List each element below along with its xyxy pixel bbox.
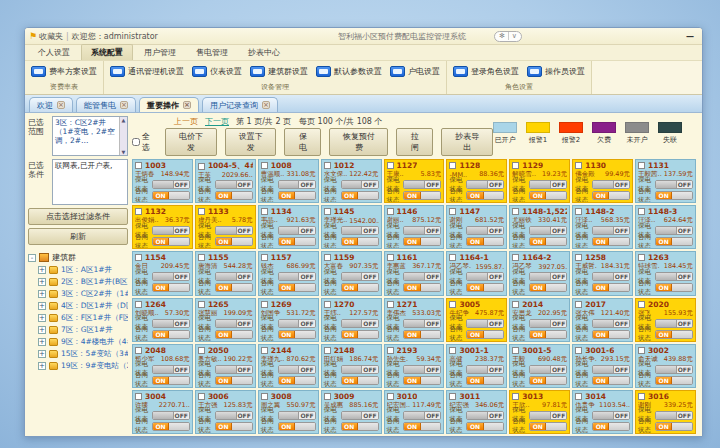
switch-state-toggle[interactable]: ON	[403, 330, 441, 339]
ribbon-button[interactable]: 费率方案设置	[28, 64, 100, 79]
card-checkbox[interactable]	[324, 393, 331, 400]
card-checkbox[interactable]	[575, 347, 582, 354]
toolbar-button[interactable]: 拉闸	[396, 128, 433, 156]
card-checkbox[interactable]	[324, 347, 331, 354]
keep-power-toggle[interactable]: OFF	[278, 226, 316, 235]
meter-card[interactable]: 1012 水文保.. 122.42元 保电状态 OFF 合闸	[321, 159, 382, 203]
switch-state-toggle[interactable]: ON	[403, 191, 441, 200]
tree-item[interactable]: + 2区：B区1#井(B区1#	[38, 277, 128, 287]
switch-state-toggle[interactable]: ON	[278, 376, 316, 385]
card-checkbox[interactable]	[387, 301, 394, 308]
meter-card[interactable]: 1263 特球雪. 184.45元 保电状态 OFF 合闸状	[635, 251, 696, 295]
switch-state-toggle[interactable]: ON	[215, 422, 253, 431]
keep-power-toggle[interactable]: OFF	[403, 272, 441, 281]
switch-state-toggle[interactable]: ON	[152, 191, 190, 200]
meter-card[interactable]: 2048 郑少军 108.68元 保电状态 OFF 合闸状态	[132, 344, 193, 388]
keep-power-toggle[interactable]: OFF	[655, 272, 693, 281]
card-checkbox[interactable]	[449, 208, 456, 215]
keep-power-toggle[interactable]: OFF	[592, 411, 630, 420]
meter-card[interactable]: 1164-1 冯乙琴. 1595.87. 保电状态 OFF	[446, 251, 507, 295]
expand-icon[interactable]: +	[38, 266, 46, 274]
switch-state-toggle[interactable]: ON	[466, 237, 504, 246]
tree-item[interactable]: + 15区：5#变站（3#变	[38, 349, 128, 359]
keep-power-toggle[interactable]: OFF	[466, 272, 504, 281]
card-checkbox[interactable]	[638, 162, 645, 169]
card-checkbox[interactable]	[324, 208, 331, 215]
meter-card[interactable]: 1148-1,522 尤丽铁 330.41元 保电状态 OFF	[509, 205, 570, 249]
card-checkbox[interactable]	[449, 162, 456, 169]
card-checkbox[interactable]	[387, 254, 394, 261]
meter-card[interactable]: 1271 李伟杰 533.03元 保电状态 OFF 合闸状态	[384, 298, 445, 342]
switch-state-toggle[interactable]: ON	[403, 376, 441, 385]
next-page-link[interactable]: 下一页	[205, 116, 229, 127]
card-checkbox[interactable]	[135, 162, 142, 169]
card-checkbox[interactable]	[387, 162, 394, 169]
card-checkbox[interactable]	[135, 393, 142, 400]
card-checkbox[interactable]	[512, 393, 519, 400]
meter-card[interactable]: 3001-6 孙长争. 293.15元 保电状态 OFF 合	[572, 344, 633, 388]
card-checkbox[interactable]	[324, 254, 331, 261]
switch-state-toggle[interactable]: ON	[592, 422, 630, 431]
keep-power-toggle[interactable]: OFF	[655, 365, 693, 374]
card-checkbox[interactable]	[575, 254, 582, 261]
keep-power-toggle[interactable]: OFF	[529, 411, 567, 420]
switch-state-toggle[interactable]: ON	[466, 330, 504, 339]
ribbon-button[interactable]: 登录角色设置	[450, 64, 522, 79]
minimize-button[interactable]: —	[682, 32, 698, 41]
meter-card[interactable]: 2148 田红娟 186.74元 保电状态 OFF 合闸状态	[321, 344, 382, 388]
expand-icon[interactable]: +	[38, 338, 46, 346]
switch-state-toggle[interactable]: ON	[215, 330, 253, 339]
tab-close-icon[interactable]: ×	[120, 101, 128, 109]
meter-card[interactable]: 1161 李惠蓝 367.17元 保电状态 OFF 合闸状态	[384, 251, 445, 295]
keep-power-toggle[interactable]: OFF	[341, 226, 379, 235]
card-checkbox[interactable]	[261, 301, 268, 308]
meter-card[interactable]: 3014 仇贵争 1103.54.. 保电状态 OFF 合闸	[572, 390, 633, 434]
switch-state-toggle[interactable]: ON	[278, 422, 316, 431]
meter-card[interactable]: 2050 奥方敏.. 190.22元 保电状态 OFF 合闸	[195, 344, 256, 388]
switch-state-toggle[interactable]: ON	[215, 376, 253, 385]
switch-state-toggle[interactable]: ON	[466, 283, 504, 292]
switch-state-toggle[interactable]: ON	[341, 237, 379, 246]
card-checkbox[interactable]	[638, 347, 645, 354]
keep-power-toggle[interactable]: OFF	[215, 365, 253, 374]
card-checkbox[interactable]	[387, 393, 394, 400]
meter-card[interactable]: 1131 王毅茜.. 137.59元 保电状态 OFF 合闸	[635, 159, 696, 203]
select-all[interactable]: 全选	[132, 131, 157, 153]
switch-state-toggle[interactable]: ON	[655, 237, 693, 246]
keep-power-toggle[interactable]: OFF	[592, 226, 630, 235]
card-checkbox[interactable]	[324, 301, 331, 308]
card-checkbox[interactable]	[449, 301, 456, 308]
keep-power-toggle[interactable]: OFF	[215, 180, 253, 189]
card-checkbox[interactable]	[575, 393, 582, 400]
card-checkbox[interactable]	[198, 301, 205, 308]
tree-item[interactable]: + 7区：G区1#井	[38, 325, 128, 335]
switch-state-toggle[interactable]: ON	[655, 422, 693, 431]
toolbar-button[interactable]: 恢复预付费	[329, 128, 388, 156]
card-checkbox[interactable]	[575, 208, 582, 215]
meter-card[interactable]: 1146 谢丽.. 875.12元 保电状态 OFF 合闸状	[384, 205, 445, 249]
card-checkbox[interactable]	[638, 208, 645, 215]
select-all-checkbox[interactable]	[132, 138, 140, 146]
meter-card[interactable]: 1145 李瑾光.. 1542.00.. 保电状态 OFF	[321, 205, 382, 249]
switch-state-toggle[interactable]: ON	[341, 376, 379, 385]
expand-icon[interactable]: +	[38, 362, 46, 370]
menu-item[interactable]: 个人设置	[29, 45, 79, 60]
card-checkbox[interactable]	[135, 347, 142, 354]
meter-card[interactable]: 1003 王炳春 148.94元 保电状态 OFF 合闸状态	[132, 159, 193, 203]
meter-card[interactable]: 1132 出俊娟.. 36.37元 保电状态 OFF 合闸状	[132, 205, 193, 249]
keep-power-toggle[interactable]: OFF	[152, 180, 190, 189]
scroll-down-icon[interactable]: ▼	[120, 149, 127, 155]
keep-power-toggle[interactable]: OFF	[152, 319, 190, 328]
meter-card[interactable]: 1130 佛金殿 99.49元 保电状态 OFF 合闸状态	[572, 159, 633, 203]
keep-power-toggle[interactable]: OFF	[215, 272, 253, 281]
document-tab[interactable]: 能管售电 ×	[76, 97, 136, 112]
switch-state-toggle[interactable]: ON	[466, 376, 504, 385]
switch-state-toggle[interactable]: ON	[529, 283, 567, 292]
switch-state-toggle[interactable]: ON	[152, 376, 190, 385]
switch-state-toggle[interactable]: ON	[403, 422, 441, 431]
switch-state-toggle[interactable]: ON	[655, 283, 693, 292]
expand-icon[interactable]: +	[38, 326, 46, 334]
tree-item[interactable]: + 4区：D区1#井（D区1	[38, 301, 128, 311]
keep-power-toggle[interactable]: OFF	[403, 411, 441, 420]
keep-power-toggle[interactable]: OFF	[215, 226, 253, 235]
